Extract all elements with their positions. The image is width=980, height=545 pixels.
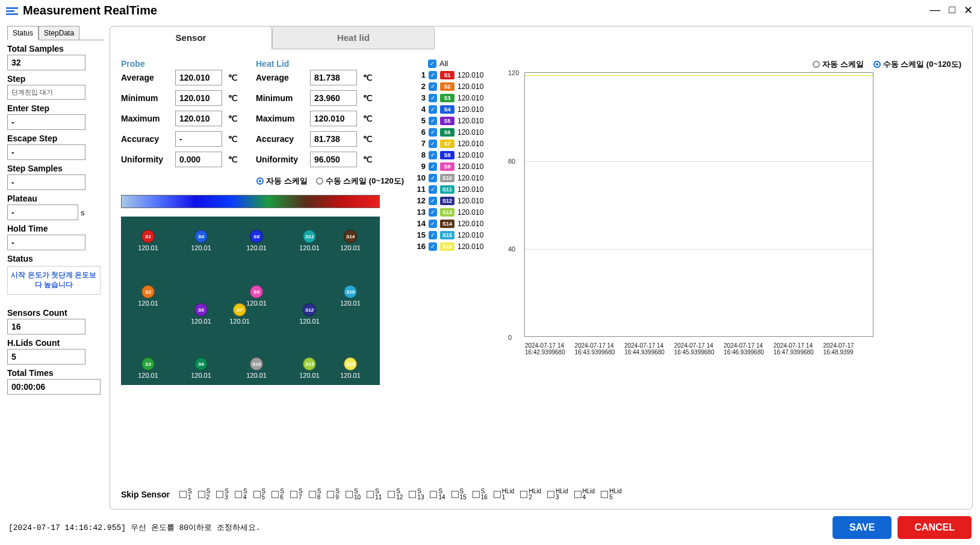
legend-item-s16[interactable]: 16✓S16120.010 — [415, 242, 499, 251]
legend-item-s15[interactable]: 15✓S15120.010 — [415, 230, 499, 239]
chart-scale-auto[interactable]: 자동 스케일 — [813, 59, 864, 70]
side-tab-stepdata[interactable]: StepData — [39, 26, 79, 40]
sensor-dot-s3: S3 — [141, 357, 155, 371]
y-tick: 0 — [508, 334, 512, 341]
skip-s2[interactable]: S2 — [198, 488, 211, 500]
enter-step-field[interactable]: - — [7, 114, 85, 130]
maximize-button[interactable]: □ — [946, 4, 958, 17]
total-samples-field[interactable]: 32 — [7, 55, 85, 70]
save-button[interactable]: SAVE — [833, 516, 892, 539]
skip-hlid3[interactable]: HLid3 — [547, 488, 568, 500]
app-icon — [6, 6, 18, 16]
skip-s11[interactable]: S11 — [367, 488, 382, 500]
skip-s10[interactable]: S10 — [346, 488, 361, 500]
sensor-value-s11: 120.01 — [297, 244, 321, 251]
hlids-count-field[interactable]: 5 — [7, 349, 85, 365]
skip-s6[interactable]: S6 — [271, 488, 284, 500]
cancel-button[interactable]: CANCEL — [898, 516, 972, 539]
svg-rect-1 — [6, 10, 14, 12]
legend-item-s12[interactable]: 12✓S12120.010 — [415, 196, 499, 205]
stats-scale-manual[interactable]: 수동 스케일 (0~120도) — [316, 176, 404, 186]
probe-uni-label: Uniformity — [121, 155, 169, 164]
legend-all-checkbox[interactable]: ✓ — [428, 60, 436, 68]
sensor-dot-s1: S1 — [141, 230, 155, 243]
skip-s13[interactable]: S13 — [409, 488, 424, 500]
sensor-value-s12: 120.01 — [297, 318, 321, 325]
x-tick: 2024-07-17 14 16:47.9399680 — [774, 342, 823, 356]
sensor-value-s3: 120.01 — [136, 372, 160, 379]
skip-hlid5[interactable]: HLid5 — [601, 488, 622, 500]
skip-s15[interactable]: S15 — [451, 488, 467, 500]
skip-s4[interactable]: S4 — [235, 488, 247, 500]
sensor-dot-s10: S10 — [250, 357, 263, 371]
y-tick: 120 — [508, 69, 519, 76]
skip-s5[interactable]: S5 — [253, 488, 266, 500]
sensors-count-field[interactable]: 16 — [7, 319, 85, 334]
legend-item-s14[interactable]: 14✓S14120.010 — [415, 219, 499, 228]
sensor-dot-s9: S9 — [250, 285, 263, 298]
legend-item-s9[interactable]: 9✓S9120.010 — [415, 162, 499, 171]
label-hold-time: Hold Time — [7, 224, 104, 233]
tab-sensor[interactable]: Sensor — [110, 26, 272, 49]
legend-all-label: All — [439, 59, 448, 68]
sensor-value-s13: 120.01 — [297, 372, 321, 379]
legend-item-s11[interactable]: 11✓S11120.010 — [415, 185, 499, 194]
unit-c: ℃ — [228, 73, 238, 82]
legend-item-s3[interactable]: 3✓S3120.010 — [415, 93, 499, 102]
skip-s8[interactable]: S8 — [309, 488, 321, 500]
legend-item-s7[interactable]: 7✓S7120.010 — [415, 139, 499, 148]
skip-s7[interactable]: S7 — [290, 488, 303, 500]
skip-hlid2[interactable]: HLid2 — [520, 488, 541, 500]
minimize-button[interactable]: — — [927, 4, 943, 17]
log-message: [2024-07-17 14:16:42.955] 우선 온도를 80이하로 조… — [8, 522, 261, 533]
window-title: Measurement RealTime — [23, 4, 157, 17]
sensor-dot-s16: S16 — [344, 357, 357, 371]
plateau-unit: s — [81, 208, 85, 217]
skip-hlid1[interactable]: HLid1 — [494, 488, 515, 500]
legend-item-s8[interactable]: 8✓S8120.010 — [415, 150, 499, 159]
heatlid-avg-value: 81.738 — [310, 70, 357, 85]
legend-item-s10[interactable]: 10✓S10120.010 — [415, 173, 499, 182]
legend-item-s1[interactable]: 1✓S1120.010 — [415, 70, 499, 79]
legend-item-s5[interactable]: 5✓S5120.010 — [415, 116, 499, 125]
close-button[interactable]: ✕ — [961, 4, 975, 17]
sensor-value-s6: 120.01 — [189, 372, 213, 379]
sensor-value-s9: 120.01 — [244, 300, 268, 307]
tab-heatlid[interactable]: Heat lid — [272, 26, 435, 49]
skip-hlid4[interactable]: HLid4 — [574, 488, 595, 500]
skip-s9[interactable]: S9 — [327, 488, 340, 500]
side-tab-status[interactable]: Status — [7, 26, 39, 40]
skip-s3[interactable]: S3 — [216, 488, 229, 500]
sensor-value-s10: 120.01 — [244, 372, 268, 379]
sensor-value-s14: 120.01 — [338, 244, 362, 251]
legend-item-s2[interactable]: 2✓S2120.010 — [415, 82, 499, 91]
total-times-field[interactable]: 00:00:06 — [7, 379, 101, 395]
legend-item-s13[interactable]: 13✓S13120.010 — [415, 208, 499, 217]
sensor-map: S1120.01S4120.01S8120.01S11120.01S14120.… — [121, 217, 380, 385]
probe-uni-value: 0.000 — [175, 152, 222, 167]
skip-s16[interactable]: S16 — [473, 488, 488, 500]
legend-item-s4[interactable]: 4✓S4120.010 — [415, 105, 499, 114]
skip-s14[interactable]: S14 — [430, 488, 445, 500]
hold-time-field[interactable]: - — [7, 235, 85, 250]
probe-max-label: Maximum — [121, 114, 169, 123]
skip-s12[interactable]: S12 — [388, 488, 403, 500]
label-enter-step: Enter Step — [7, 103, 104, 113]
sensor-value-s15: 120.01 — [338, 300, 362, 307]
plateau-field[interactable]: - — [7, 205, 78, 220]
escape-step-field[interactable]: - — [7, 144, 85, 160]
sensor-value-s1: 120.01 — [136, 244, 160, 251]
probe-avg-value: 120.010 — [175, 70, 222, 85]
sensor-value-s16: 120.01 — [338, 372, 362, 379]
label-hlids-count: H.Lids Count — [7, 338, 104, 348]
stats-scale-auto[interactable]: 자동 스케일 — [256, 176, 308, 186]
probe-avg-label: Average — [121, 73, 169, 82]
skip-s1[interactable]: S1 — [179, 488, 192, 500]
chart-scale-manual[interactable]: 수동 스케일 (0~120도) — [873, 59, 961, 70]
svg-rect-2 — [6, 13, 18, 15]
step-field[interactable]: 단계진입 대기 — [7, 85, 85, 100]
heatlid-uni-value: 96.050 — [310, 152, 357, 167]
step-samples-field[interactable]: - — [7, 174, 85, 190]
legend-item-s6[interactable]: 6✓S6120.010 — [415, 128, 499, 137]
sensor-dot-s8: S8 — [250, 230, 263, 243]
